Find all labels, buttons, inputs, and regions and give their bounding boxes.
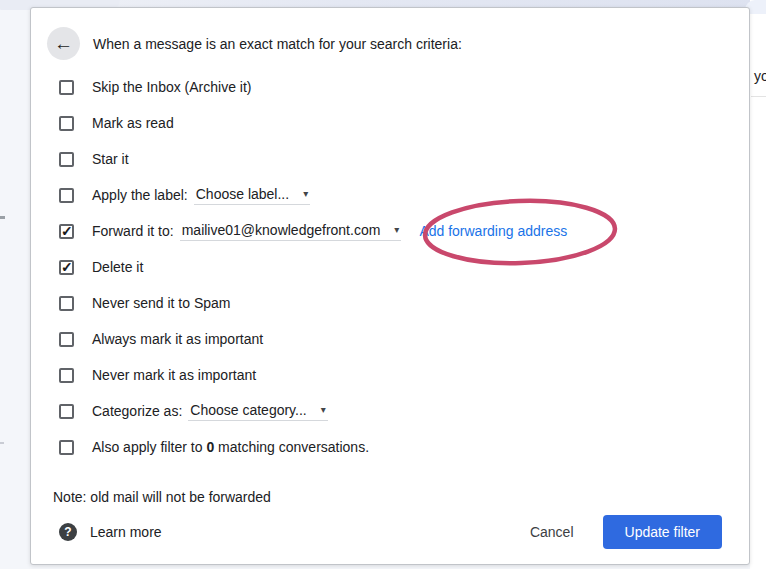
checkbox-never-spam[interactable]: [59, 296, 74, 311]
option-label: Apply the label:: [92, 187, 188, 203]
option-row-never-spam: Never send it to Spam: [31, 285, 749, 321]
left-edge-artifact: [0, 216, 5, 219]
background-page-edge: [750, 0, 766, 569]
note-text: Note: old mail will not be forwarded: [53, 487, 749, 507]
checkmark: ✓: [61, 259, 73, 275]
option-label: Skip the Inbox (Archive it): [92, 79, 252, 95]
checkbox-categorize[interactable]: [59, 404, 74, 419]
question-mark-glyph: ?: [64, 525, 71, 539]
option-label: Star it: [92, 151, 129, 167]
checkbox-star-it[interactable]: [59, 152, 74, 167]
cancel-button[interactable]: Cancel: [530, 524, 574, 540]
label-prefix: Also apply filter to: [92, 439, 206, 455]
option-row-delete: ✓ Delete it: [31, 249, 749, 285]
option-label: Never mark it as important: [92, 367, 256, 383]
dialog-title: When a message is an exact match for you…: [93, 36, 462, 52]
dropdown-value: Choose category...: [190, 402, 306, 418]
option-row-skip-inbox: Skip the Inbox (Archive it): [31, 69, 749, 105]
checkbox-apply-existing[interactable]: [59, 440, 74, 455]
option-label: Categorize as:: [92, 403, 182, 419]
checkbox-never-important[interactable]: [59, 368, 74, 383]
option-label: Also apply filter to 0 matching conversa…: [92, 439, 369, 455]
option-row-apply-label: Apply the label: Choose label... ▾: [31, 177, 749, 213]
checkmark: ✓: [61, 223, 73, 239]
option-row-mark-read: Mark as read: [31, 105, 749, 141]
option-label: Delete it: [92, 259, 143, 275]
dialog-header: ← When a message is an exact match for y…: [31, 8, 749, 60]
checkbox-skip-inbox[interactable]: [59, 80, 74, 95]
option-label: Mark as read: [92, 115, 174, 131]
back-arrow-icon: ←: [54, 33, 73, 55]
back-button[interactable]: ←: [47, 27, 80, 60]
update-filter-button[interactable]: Update filter: [603, 515, 722, 549]
option-label: Never send it to Spam: [92, 295, 231, 311]
background-divider: [751, 96, 766, 97]
option-label: Forward it to:: [92, 223, 174, 239]
option-row-always-important: Always mark it as important: [31, 321, 749, 357]
checkbox-apply-label[interactable]: [59, 188, 74, 203]
chevron-down-icon: ▾: [303, 188, 308, 199]
checkbox-forward[interactable]: ✓: [59, 224, 74, 239]
option-label: Always mark it as important: [92, 331, 263, 347]
dialog-footer: ? Learn more Cancel Update filter: [31, 514, 749, 550]
filter-dialog: ← When a message is an exact match for y…: [30, 7, 750, 565]
chevron-down-icon: ▾: [394, 224, 399, 235]
option-row-forward: ✓ Forward it to: mailive01@knowledgefron…: [31, 213, 749, 249]
left-edge-artifact: [0, 442, 4, 444]
option-row-apply-existing: Also apply filter to 0 matching conversa…: [31, 429, 749, 465]
option-row-star-it: Star it: [31, 141, 749, 177]
filter-options-list: Skip the Inbox (Archive it) Mark as read…: [31, 69, 749, 465]
label-suffix: matching conversations.: [214, 439, 369, 455]
learn-more-link[interactable]: Learn more: [90, 524, 162, 540]
dropdown-value: mailive01@knowledgefront.com: [182, 222, 381, 238]
checkbox-always-important[interactable]: [59, 332, 74, 347]
dropdown-value: Choose label...: [196, 186, 289, 202]
help-icon[interactable]: ?: [59, 523, 77, 541]
background-clipped-text: yo: [754, 68, 766, 84]
add-forwarding-address-link[interactable]: Add forwarding address: [419, 223, 567, 239]
option-row-never-important: Never mark it as important: [31, 357, 749, 393]
choose-label-dropdown[interactable]: Choose label... ▾: [194, 186, 310, 205]
choose-category-dropdown[interactable]: Choose category... ▾: [188, 402, 328, 421]
checkbox-mark-read[interactable]: [59, 116, 74, 131]
chevron-down-icon: ▾: [321, 404, 326, 415]
checkbox-delete[interactable]: ✓: [59, 260, 74, 275]
forward-address-dropdown[interactable]: mailive01@knowledgefront.com ▾: [180, 222, 402, 241]
option-row-categorize: Categorize as: Choose category... ▾: [31, 393, 749, 429]
